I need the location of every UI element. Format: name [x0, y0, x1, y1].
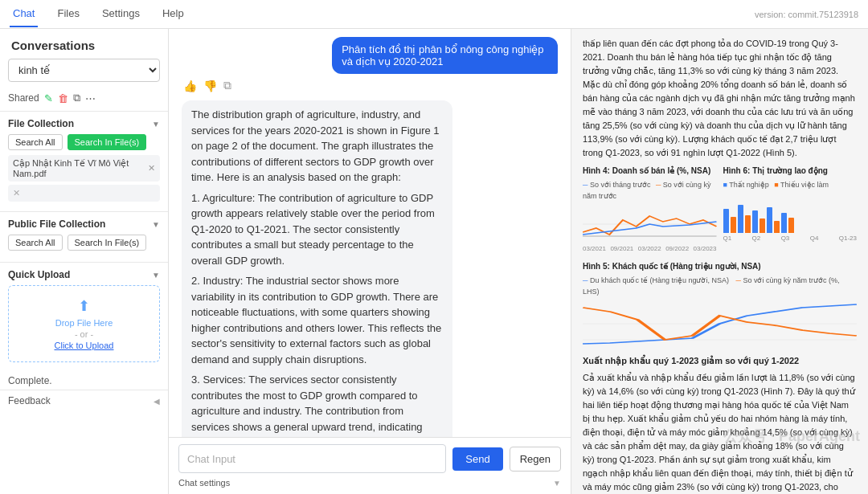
quick-upload-section: Quick Upload ▼ ⬆ Drop File Here - or - C…	[0, 262, 168, 372]
edit-icon[interactable]: ✎	[44, 92, 53, 104]
figure4-label: Hình 4: Doanh số bán lẻ (%, NSA)	[583, 165, 717, 178]
chat-settings-label[interactable]: Chat settings	[178, 478, 230, 488]
upload-or-text: - or -	[15, 329, 153, 339]
btn-search-in-public[interactable]: Search In File(s)	[68, 235, 147, 251]
top-nav: Chat Files Settings Help	[10, 1, 187, 27]
public-file-collection-btns: Search All Search In File(s)	[8, 235, 160, 251]
export-section: Xuất nhập khẩu quý 1-2023 giảm so với qu…	[583, 354, 857, 494]
figure4-chart	[583, 204, 717, 244]
thumbs-up-button[interactable]: 👍	[183, 79, 197, 92]
bot-msg-p1: The distribution graph of agriculture, i…	[191, 107, 443, 186]
chat-input-row: Send Regen	[178, 444, 561, 473]
user-message-1: Phân tích đồ thị phân bổ nông công nghiệ…	[332, 37, 558, 74]
chat-area: Phân tích đồ thị phân bổ nông công nghiệ…	[169, 29, 571, 494]
sidebar: Conversations kinh tế Shared ✎ 🗑 ⧉ ⋯ Fil…	[0, 29, 169, 494]
figure5-chart	[583, 300, 857, 348]
top-bar: Chat Files Settings Help version: commit…	[0, 0, 868, 29]
bot-message-1: The distribution graph of agriculture, i…	[182, 100, 452, 437]
upload-click-text[interactable]: Click to Upload	[15, 341, 153, 350]
file-collection-label: File Collection	[8, 118, 74, 129]
figure4-container: Hình 4: Doanh số bán lẻ (%, NSA) ─ So vớ…	[583, 165, 717, 254]
chat-input-area: Send Regen Chat settings ▼	[169, 437, 571, 494]
tab-chat[interactable]: Chat	[10, 1, 38, 27]
version-label: version: commit.75123918	[755, 10, 858, 19]
figure6-xaxis: Q1Q2Q3Q4Q1-23	[723, 234, 858, 243]
figure5-legend: ─ Du khách quốc tế (Hàng triệu người, NS…	[583, 276, 857, 298]
feedback-arrow: ◀	[154, 397, 160, 406]
figure6-label: Hình 6: Thị trường lao động	[723, 165, 858, 178]
bot-msg-p4: 3. Services: The services sector consist…	[191, 372, 443, 437]
shared-row: Shared ✎ 🗑 ⧉ ⋯	[0, 88, 168, 111]
shared-label: Shared	[8, 92, 39, 104]
bot-msg-p2: 1. Agriculture: The contribution of agri…	[191, 190, 443, 269]
upload-drop-text: Drop File Here	[15, 318, 153, 328]
public-file-collection-section: Public File Collection ▼ Search All Sear…	[0, 211, 168, 262]
bot-msg-p3: 2. Industry: The industrial sector shows…	[191, 273, 443, 367]
btn-search-in-files[interactable]: Search In File(s)	[68, 134, 147, 150]
tab-files[interactable]: Files	[54, 1, 82, 27]
file-collection-arrow: ▼	[152, 120, 160, 129]
file-item: Cập Nhật Kinh Tế Vĩ Mô Việt Nam.pdf ✕	[8, 155, 160, 182]
upload-dropzone[interactable]: ⬆ Drop File Here - or - Click to Upload	[8, 285, 160, 362]
feedback-row[interactable]: Feedback ◀	[0, 390, 168, 411]
tab-help[interactable]: Help	[159, 1, 187, 27]
pdf-intro: thấp liên quan đến các đợt phong tỏa do …	[583, 37, 857, 160]
pdf-content: thấp liên quan đến các đợt phong tỏa do …	[571, 29, 868, 494]
public-file-collection-arrow: ▼	[152, 220, 160, 229]
chat-footer: Chat settings ▼	[178, 478, 561, 488]
figure5-label: Hình 5: Khách quốc tế (Hàng triệu người,…	[583, 260, 857, 273]
thumbs-down-button[interactable]: 👎	[203, 79, 217, 92]
file-collection-section: File Collection ▼ Search All Search In F…	[0, 111, 168, 211]
file-name-2: ✕	[13, 188, 20, 198]
quick-upload-header[interactable]: Quick Upload ▼	[8, 269, 160, 280]
main-layout: Conversations kinh tế Shared ✎ 🗑 ⧉ ⋯ Fil…	[0, 29, 868, 494]
figure6-chart	[723, 193, 858, 233]
figure6-container: Hình 6: Thị trường lao động ■ Thất nghiệ…	[723, 165, 858, 254]
regen-button[interactable]: Regen	[510, 447, 561, 472]
public-file-collection-label: Public File Collection	[8, 218, 105, 230]
file-collection-btns: Search All Search In File(s)	[8, 134, 160, 150]
feedback-label: Feedback	[8, 395, 51, 406]
remove-file-icon[interactable]: ✕	[148, 163, 155, 174]
quick-upload-arrow: ▼	[152, 271, 160, 280]
send-button[interactable]: Send	[452, 447, 502, 471]
sidebar-title: Conversations	[0, 29, 168, 59]
complete-text: Complete.	[0, 372, 168, 390]
file-item-2: ✕	[8, 185, 160, 202]
export-text: Cả xuất khẩu và nhập khẩu đều giảm lần l…	[583, 371, 857, 494]
btn-search-all-public[interactable]: Search All	[8, 235, 63, 251]
conversation-select-wrapper[interactable]: kinh tế	[8, 59, 160, 82]
message-actions: 👍 👎 ⧉	[182, 79, 231, 92]
file-name: Cập Nhật Kinh Tế Vĩ Mô Việt Nam.pdf	[13, 158, 148, 178]
figure4-xaxis: 03/202109/202103/202209/202203/2023	[583, 244, 717, 254]
pdf-panel: thấp liên quan đến các đợt phong tỏa do …	[571, 29, 868, 494]
public-file-collection-header[interactable]: Public File Collection ▼	[8, 218, 160, 230]
export-title: Xuất nhập khẩu quý 1-2023 giảm so với qu…	[583, 354, 857, 368]
more-icon[interactable]: ⋯	[85, 92, 96, 104]
figure5-container: Hình 5: Khách quốc tế (Hàng triệu người,…	[583, 260, 857, 347]
figure4-legend: ─ So với tháng trước ─ So với cùng kỳ nă…	[583, 180, 717, 202]
conversation-select[interactable]: kinh tế	[8, 59, 160, 82]
chat-settings-arrow: ▼	[553, 479, 561, 488]
btn-search-all-files[interactable]: Search All	[8, 134, 63, 150]
upload-icon: ⬆	[15, 297, 153, 315]
quick-upload-label: Quick Upload	[8, 269, 70, 280]
pdf-charts-row1: Hình 4: Doanh số bán lẻ (%, NSA) ─ So vớ…	[583, 165, 857, 254]
chat-messages: Phân tích đồ thị phân bổ nông công nghiệ…	[169, 29, 571, 437]
tab-settings[interactable]: Settings	[99, 1, 143, 27]
copy-message-button[interactable]: ⧉	[223, 79, 231, 92]
figure6-legend: ■ Thất nghiệp ■ Thiếu việc làm	[723, 180, 858, 191]
trash-icon[interactable]: 🗑	[58, 92, 68, 104]
file-collection-header[interactable]: File Collection ▼	[8, 118, 160, 129]
chat-input[interactable]	[178, 444, 446, 473]
copy-icon[interactable]: ⧉	[73, 92, 80, 104]
